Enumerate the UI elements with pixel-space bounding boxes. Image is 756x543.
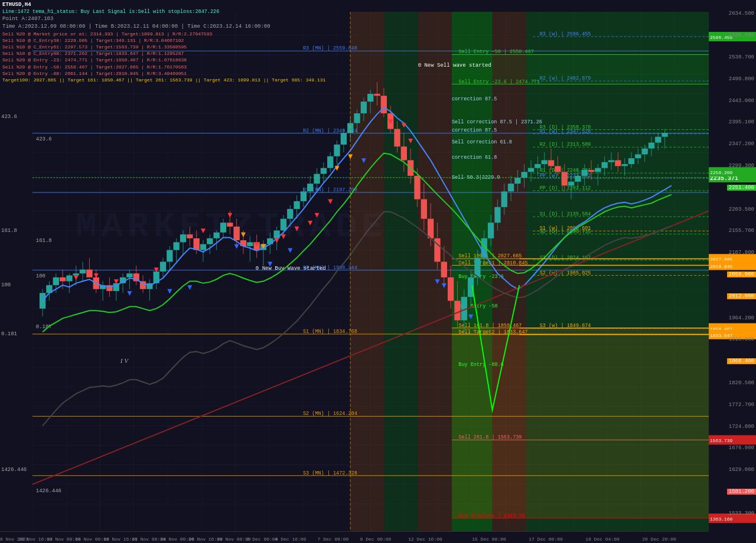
chart-canvas <box>0 0 756 543</box>
time-label: 4 Dec 16:00 <box>275 537 307 542</box>
bottom-time-axis: 8 Nov 202310 Nov 16:0013 Nov 08:0015 Nov… <box>0 531 709 543</box>
time-label: 7 Dec 08:00 <box>318 537 349 542</box>
time-label: 17 Dec 00:00 <box>529 537 563 542</box>
time-label: 2 Dec 00:00 <box>247 537 278 542</box>
time-label: 18 Dec 04:00 <box>585 537 620 542</box>
time-label: 12 Dec 16:00 <box>408 537 442 542</box>
time-label: 20 Dec 20:00 <box>642 537 676 542</box>
time-label: 9 Dec 00:00 <box>360 537 392 542</box>
chart-container: MARKETZTRADE ETHUSD,H4 Line:1472 tema_h1… <box>0 0 756 543</box>
time-label: 15 Dec 08:00 <box>472 537 506 542</box>
time-label: 29 Nov 08:00 <box>217 537 251 542</box>
